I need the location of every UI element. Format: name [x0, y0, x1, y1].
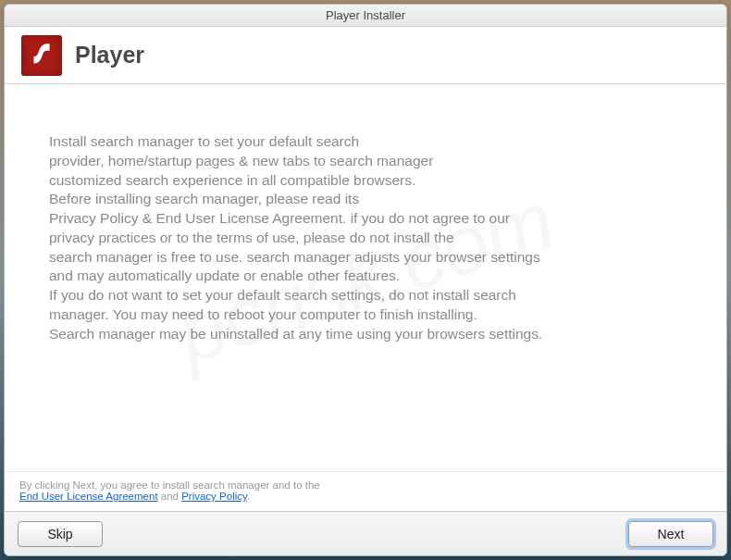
- next-button[interactable]: Next: [628, 521, 713, 547]
- header-title: Player: [75, 42, 144, 68]
- footer: Skip Next: [5, 511, 726, 555]
- agreement-area: By clicking Next, you agree to install s…: [5, 471, 726, 511]
- agreement-line-1: By clicking Next, you agree to install s…: [19, 479, 712, 491]
- installer-window: Player Installer Player pcrisk.com Insta…: [4, 4, 727, 556]
- body-text: Install search manager to set your defau…: [49, 132, 682, 343]
- skip-button[interactable]: Skip: [18, 521, 103, 547]
- agreement-period: .: [247, 491, 250, 502]
- agreement-and: and: [158, 491, 182, 502]
- agreement-line-2: End User License Agreement and Privacy P…: [19, 491, 712, 502]
- flash-icon: [21, 35, 62, 76]
- privacy-link[interactable]: Privacy Policy: [181, 491, 247, 502]
- titlebar: Player Installer: [5, 5, 726, 27]
- window-title: Player Installer: [326, 8, 405, 22]
- eula-link[interactable]: End User License Agreement: [19, 491, 158, 502]
- body-area: pcrisk.com Install search manager to set…: [5, 84, 726, 471]
- header: Player: [5, 27, 726, 84]
